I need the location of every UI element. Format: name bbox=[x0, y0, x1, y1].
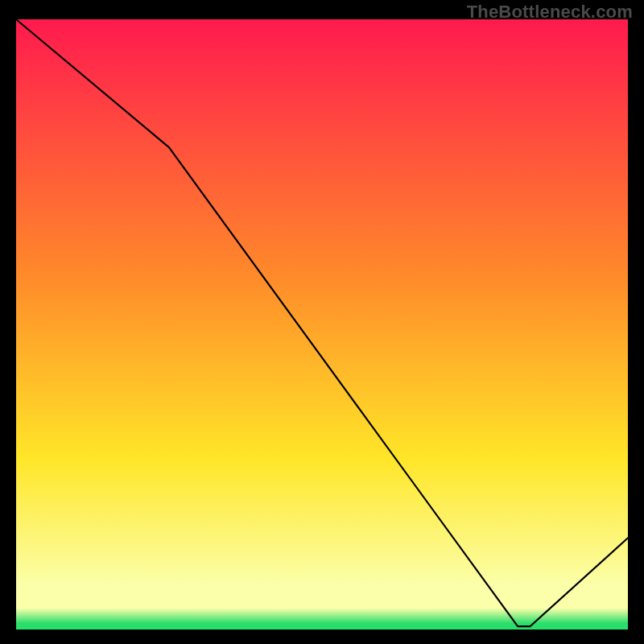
plot-background bbox=[16, 19, 628, 630]
watermark-text: TheBottleneck.com bbox=[467, 2, 633, 23]
line-chart bbox=[0, 0, 644, 644]
chart-stage: TheBottleneck.com bbox=[0, 0, 644, 644]
